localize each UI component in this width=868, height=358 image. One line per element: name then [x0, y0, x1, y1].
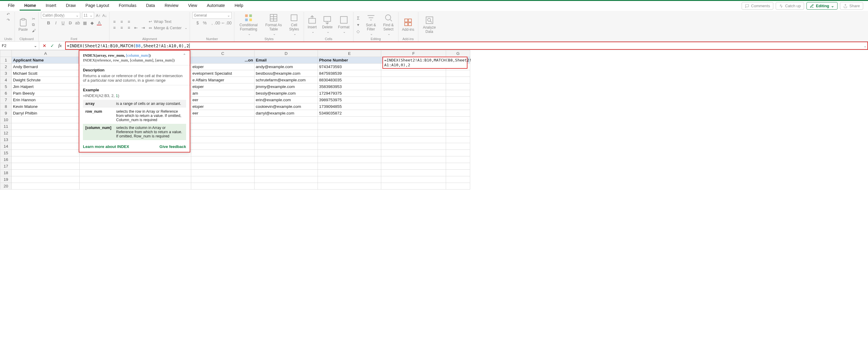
clear-button[interactable]: ◇	[356, 29, 361, 34]
align-middle-button[interactable]: ≡	[119, 19, 124, 24]
paste-button[interactable]: Paste	[17, 17, 29, 32]
cell-E4[interactable]: 8830483035	[318, 77, 381, 84]
cell-C8[interactable]: eloper	[191, 103, 254, 110]
cell-F5[interactable]	[381, 84, 446, 90]
cell-G12[interactable]	[446, 130, 470, 136]
catchup-button[interactable]: Catch up	[776, 2, 804, 10]
cell-G14[interactable]	[446, 143, 470, 150]
menu-formulas[interactable]: Formulas	[114, 1, 141, 10]
double-underline-button[interactable]: ab	[75, 21, 80, 25]
font-size-select[interactable]: 11⌄	[82, 12, 94, 19]
row-header-17[interactable]: 17	[0, 163, 12, 170]
cell-D1[interactable]: Email	[254, 57, 318, 64]
row-header-18[interactable]: 18	[0, 170, 12, 176]
row-header-3[interactable]: 3	[0, 70, 12, 77]
cell-C16[interactable]	[191, 156, 254, 163]
cell-G11[interactable]	[446, 123, 470, 130]
cell-G9[interactable]	[446, 110, 470, 117]
fx-button[interactable]: fx	[57, 43, 63, 48]
italic-button[interactable]: I	[53, 21, 58, 25]
cell-A8[interactable]: Kevin Malone	[12, 103, 80, 110]
row-header-2[interactable]: 2	[0, 64, 12, 70]
cell-D2[interactable]: andy@example.com	[254, 64, 318, 70]
strike-button[interactable]: D	[68, 21, 73, 25]
font-name-select[interactable]: Calibri (Body)⌄	[41, 12, 80, 19]
cell-G4[interactable]	[446, 77, 470, 84]
cell-F9[interactable]	[381, 110, 446, 117]
menu-review[interactable]: Review	[160, 1, 183, 10]
cell-A15[interactable]	[12, 150, 80, 156]
delete-cells-button[interactable]: Delete	[321, 15, 334, 34]
cell-G7[interactable]	[446, 97, 470, 103]
cell-E8[interactable]: 1739094855	[318, 103, 381, 110]
col-header-G[interactable]: G	[446, 50, 470, 57]
cell-E1[interactable]: Phone Number	[318, 57, 381, 64]
collapse-tooltip-button[interactable]: ⌃	[183, 53, 186, 58]
cell-E11[interactable]	[318, 123, 381, 130]
font-color-button[interactable]: A	[97, 21, 102, 25]
cell-A12[interactable]	[12, 130, 80, 136]
select-all-corner[interactable]	[0, 50, 12, 57]
cell-F7[interactable]	[381, 97, 446, 103]
cell-G18[interactable]	[446, 170, 470, 176]
cell-C9[interactable]: eer	[191, 110, 254, 117]
cell-A3[interactable]: Michael Scott	[12, 70, 80, 77]
cell-A9[interactable]: Darryl Philbin	[12, 110, 80, 117]
bold-button[interactable]: B	[46, 21, 51, 25]
cell-E7[interactable]: 3989753975	[318, 97, 381, 103]
cell-A6[interactable]: Pam Beesly	[12, 90, 80, 97]
cell-C19[interactable]	[191, 176, 254, 183]
cell-D6[interactable]: bessly@example.com	[254, 90, 318, 97]
comments-button[interactable]: Comments	[742, 2, 773, 10]
cell-F12[interactable]	[381, 130, 446, 136]
confirm-formula-button[interactable]: ✓	[50, 43, 55, 48]
give-feedback-link[interactable]: Give feedback	[159, 144, 186, 149]
menu-automate[interactable]: Automate	[202, 1, 230, 10]
cell-D12[interactable]	[254, 130, 318, 136]
row-header-11[interactable]: 11	[0, 123, 12, 130]
tooltip-sig-1[interactable]: INDEX(array, row_num, [column_num])	[83, 53, 186, 58]
cell-E19[interactable]	[318, 176, 381, 183]
cell-D7[interactable]: erin@example.com	[254, 97, 318, 103]
align-top-button[interactable]: ≡	[112, 19, 117, 24]
cell-A1[interactable]: Applicant Name	[12, 57, 80, 64]
cell-E14[interactable]	[318, 143, 381, 150]
cell-D20[interactable]	[254, 183, 318, 190]
cell-E18[interactable]	[318, 170, 381, 176]
cell-E16[interactable]	[318, 156, 381, 163]
align-left-button[interactable]: ≡	[112, 25, 117, 30]
row-header-12[interactable]: 12	[0, 130, 12, 136]
cell-A7[interactable]: Erin Hannon	[12, 97, 80, 103]
cell-C4[interactable]: e Affairs Manager	[191, 77, 254, 84]
cell-G8[interactable]	[446, 103, 470, 110]
cell-E5[interactable]: 3583983953	[318, 84, 381, 90]
row-header-19[interactable]: 19	[0, 176, 12, 183]
cell-D17[interactable]	[254, 163, 318, 170]
row-header-1[interactable]: 1	[0, 57, 12, 64]
menu-help[interactable]: Help	[230, 1, 248, 10]
row-header-6[interactable]: 6	[0, 90, 12, 97]
cell-D15[interactable]	[254, 150, 318, 156]
row-header-4[interactable]: 4	[0, 77, 12, 84]
cell-G19[interactable]	[446, 176, 470, 183]
align-center-button[interactable]: ≡	[119, 25, 124, 30]
comma-button[interactable]: ,	[210, 21, 214, 25]
cell-D4[interactable]: schrutefarm@example.com	[254, 77, 318, 84]
cell-D11[interactable]	[254, 123, 318, 130]
increase-decimal-button[interactable]: .00→	[217, 21, 222, 25]
fill-button[interactable]: ▾	[356, 22, 361, 27]
cell-A20[interactable]	[12, 183, 80, 190]
cell-C1[interactable]: ...on	[191, 57, 254, 64]
cell-G3[interactable]	[446, 70, 470, 77]
merge-center-button[interactable]: ⇔Merge & Center	[149, 26, 187, 30]
cell-G16[interactable]	[446, 156, 470, 163]
number-format-select[interactable]: General⌄	[192, 12, 231, 19]
name-box[interactable]: F2 ⌄	[0, 41, 39, 50]
cell-F14[interactable]	[381, 143, 446, 150]
cell-E9[interactable]: 5349035872	[318, 110, 381, 117]
expand-formula-bar-button[interactable]: ⌄	[864, 43, 867, 48]
cell-C3[interactable]: evelopment Specialist	[191, 70, 254, 77]
col-header-F[interactable]: F	[381, 50, 446, 57]
tooltip-sig-2[interactable]: INDEX(reference, row_num, [column_num], …	[83, 58, 186, 63]
cell-D9[interactable]: darryl@example.com	[254, 110, 318, 117]
